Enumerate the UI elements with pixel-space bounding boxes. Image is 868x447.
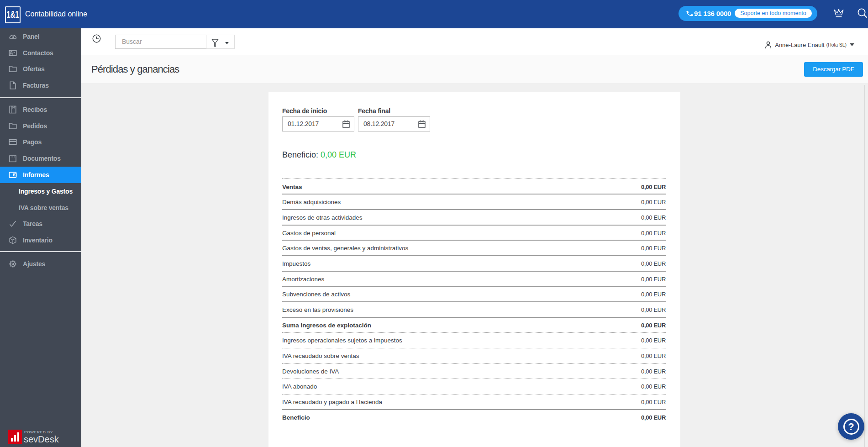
svg-text:POWERED BY: POWERED BY: [24, 430, 53, 434]
svg-text:1&1: 1&1: [7, 9, 19, 20]
svg-text:sevDesk: sevDesk: [24, 434, 59, 444]
